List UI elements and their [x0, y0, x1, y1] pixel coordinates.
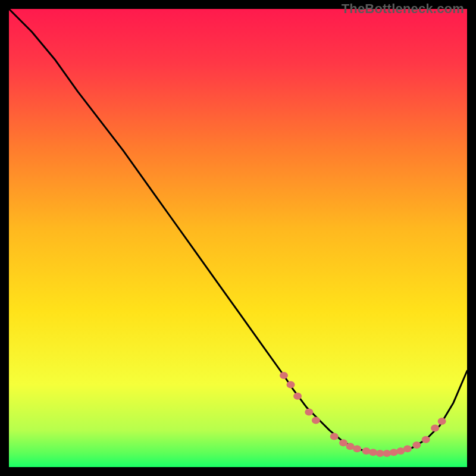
- highlight-point: [287, 381, 295, 388]
- highlight-point: [339, 439, 347, 446]
- highlight-point: [412, 441, 421, 449]
- chart-frame: [9, 9, 467, 467]
- gradient-background: [9, 9, 467, 467]
- highlight-point: [362, 447, 371, 455]
- highlight-point: [353, 445, 361, 452]
- highlight-point: [422, 436, 430, 443]
- highlight-point: [431, 425, 439, 432]
- bottleneck-chart: [9, 9, 467, 467]
- highlight-point: [293, 393, 302, 400]
- highlight-point: [403, 445, 412, 452]
- watermark-text: TheBottleneck.com: [342, 1, 464, 17]
- highlight-point: [438, 418, 446, 425]
- highlight-point: [305, 409, 313, 416]
- highlight-point: [312, 416, 320, 424]
- highlight-point: [280, 372, 288, 379]
- highlight-point: [330, 433, 339, 440]
- highlight-point: [390, 449, 398, 456]
